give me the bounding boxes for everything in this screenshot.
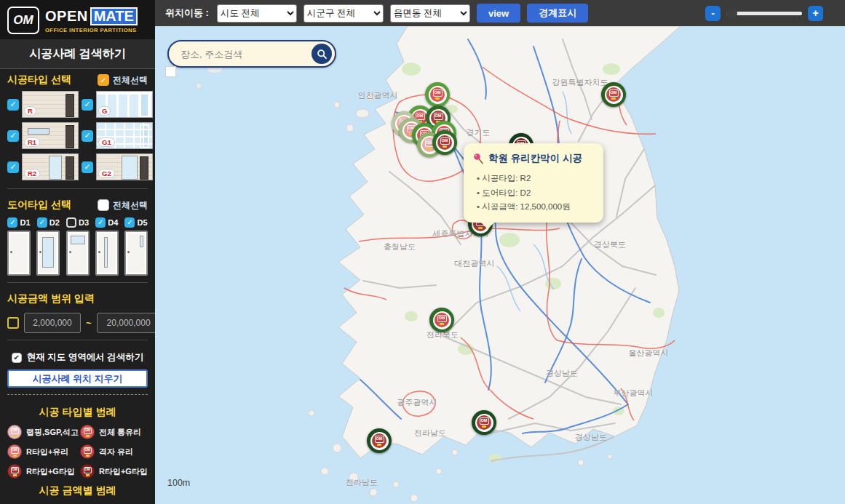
- checkbox-R[interactable]: ✓: [7, 99, 19, 111]
- sigungu-select[interactable]: 시군구 전체: [304, 4, 384, 23]
- price-filter-checkbox[interactable]: [7, 317, 19, 329]
- type-tag-R: R: [24, 106, 36, 116]
- zoom-slider[interactable]: [726, 12, 802, 15]
- construction-type-item-G[interactable]: ✓G: [82, 91, 153, 118]
- map-label: 경상남도: [546, 368, 578, 379]
- construction-type-item-G2[interactable]: ✓G2: [82, 153, 153, 180]
- type-tag-R2: R2: [24, 169, 40, 178]
- checkbox-G1[interactable]: ✓: [82, 130, 93, 142]
- price-separator: ~: [86, 318, 92, 329]
- door-thumbnail-D1: [7, 231, 31, 276]
- checkbox-D4[interactable]: ✓: [95, 217, 106, 228]
- construction-type-item-R1[interactable]: ✓R1: [7, 122, 79, 149]
- basemap: [155, 26, 845, 504]
- price-min-input[interactable]: [24, 313, 81, 333]
- checkbox-D3[interactable]: [66, 217, 76, 228]
- map-label: 충청남도: [384, 241, 416, 252]
- construction-type-label: 시공타입 선택: [7, 73, 71, 87]
- map-label: 경기도: [467, 127, 491, 138]
- case-marker-icon: OM: [80, 444, 95, 459]
- clear-locations-button[interactable]: 시공사례 위치 지우기: [7, 369, 148, 388]
- zoom-slider-handle[interactable]: [726, 8, 737, 19]
- type-legend-label: R타입+G타입: [26, 466, 75, 477]
- map-label: 전라남도: [414, 428, 446, 439]
- construction-type-item-R[interactable]: ✓R: [7, 91, 79, 118]
- type-legend-item: OM격자 유리: [80, 444, 148, 459]
- door-thumbnail-D4: [95, 231, 119, 276]
- type-legend-item: OMR타입+G타입: [80, 464, 148, 479]
- map-canvas[interactable]: 인천광역시강원특별자치도경기도충청남도세종특별자치시대전광역시경상북도전라북도울…: [155, 26, 845, 504]
- search-in-view-checkbox[interactable]: ✔: [12, 353, 22, 363]
- case-marker[interactable]: OM: [367, 428, 392, 453]
- page-title: 시공사례 검색하기: [0, 39, 155, 69]
- search-in-view-toggle[interactable]: ✔ 현재 지도 영역에서 검색하기: [0, 345, 155, 368]
- checkbox-G2[interactable]: ✓: [82, 161, 93, 173]
- search-input[interactable]: [179, 48, 312, 60]
- map-checkbox[interactable]: [165, 66, 176, 77]
- sidebar: OM OPEN MATE OFFICE INTERIOR PARTITIONS …: [0, 0, 155, 504]
- brand-tagline: OFFICE INTERIOR PARTITIONS: [45, 27, 138, 33]
- map-search: [167, 40, 336, 68]
- case-marker-icon: OM: [7, 425, 22, 439]
- type-legend-label: 격자 유리: [99, 447, 133, 457]
- door-select-all-checkbox[interactable]: [98, 199, 109, 211]
- door-thumbnail-D5: [124, 231, 148, 276]
- case-marker[interactable]: OM: [425, 82, 450, 107]
- zoom-control: - +: [705, 6, 823, 21]
- type-legend-label: R타입+유리: [26, 447, 68, 457]
- brand-logo-mark: OM: [7, 7, 39, 34]
- divider: [7, 188, 148, 189]
- search-icon: [317, 49, 328, 60]
- zoom-in-button[interactable]: +: [808, 6, 823, 21]
- tooltip-details: 시공타입: R2도어타입: D2시공금액: 12,500,000원: [477, 172, 595, 215]
- type-legend-item: OMR타입+G타입: [7, 464, 80, 479]
- construction-type-item-R2[interactable]: ✓R2: [7, 153, 79, 180]
- construction-type-item-G1[interactable]: ✓G1: [82, 122, 153, 149]
- pushpin-icon: [472, 153, 484, 164]
- thumbnail-R: R: [22, 91, 79, 118]
- map-label: 경상남도: [575, 432, 607, 443]
- checkbox-D2[interactable]: ✓: [37, 217, 47, 228]
- type-tag-G1: G1: [98, 137, 115, 147]
- case-marker[interactable]: OM: [601, 82, 626, 107]
- view-button[interactable]: view: [477, 4, 520, 23]
- brand-logo: OM OPEN MATE OFFICE INTERIOR PARTITIONS: [0, 0, 155, 39]
- map-label: 인천광역시: [358, 90, 398, 101]
- door-type-item-D1[interactable]: ✓D1: [7, 217, 31, 276]
- price-max-input[interactable]: [97, 313, 155, 333]
- type-legend-label: 랩핑,SGP,석고: [26, 427, 79, 438]
- zoom-out-button[interactable]: -: [705, 6, 721, 21]
- door-type-item-D4[interactable]: ✓D4: [95, 217, 119, 276]
- scale-label: 100m: [167, 478, 190, 488]
- door-type-item-D2[interactable]: ✓D2: [36, 217, 60, 276]
- construction-select-all[interactable]: ✓ 전체선택: [98, 74, 148, 87]
- case-marker[interactable]: OM: [432, 130, 457, 155]
- topbar: 위치이동 : 시도 전체 시군구 전체 읍면동 전체 view 경계표시 - +: [155, 0, 845, 26]
- type-legend-label: 전체 통유리: [99, 427, 141, 438]
- boundary-toggle-button[interactable]: 경계표시: [527, 4, 588, 23]
- checkbox-R2[interactable]: ✓: [7, 161, 19, 173]
- type-legend-grid: OM랩핑,SGP,석고OM전체 통유리OMR타입+유리OM격자 유리OMR타입+…: [0, 422, 155, 480]
- sido-select[interactable]: 시도 전체: [217, 4, 297, 23]
- door-type-item-D3[interactable]: D3: [66, 217, 90, 276]
- construction-select-all-checkbox[interactable]: ✓: [98, 74, 109, 86]
- checkbox-D5[interactable]: ✓: [124, 217, 135, 228]
- door-type-item-D5[interactable]: ✓D5: [124, 217, 148, 276]
- search-button[interactable]: [312, 44, 332, 64]
- case-marker-icon: OM: [80, 425, 95, 439]
- dashed-divider: [7, 394, 148, 395]
- door-type-label: 도어타입 선택: [7, 199, 71, 212]
- type-tag-G: G: [98, 106, 111, 116]
- door-select-all[interactable]: 전체선택: [98, 199, 148, 212]
- price-legend-circles: [0, 500, 155, 504]
- checkbox-G[interactable]: ✓: [82, 99, 93, 111]
- case-marker[interactable]: OM: [472, 410, 496, 435]
- map-label: 울산광역시: [629, 348, 669, 359]
- case-marker[interactable]: OM: [429, 308, 454, 332]
- location-move-label: 위치이동 :: [165, 7, 209, 20]
- checkbox-D1[interactable]: ✓: [7, 217, 17, 228]
- eupmyeondong-select[interactable]: 읍면동 전체: [390, 4, 470, 23]
- checkbox-R1[interactable]: ✓: [7, 130, 19, 142]
- type-tag-G2: G2: [98, 169, 115, 178]
- divider: [7, 340, 148, 340]
